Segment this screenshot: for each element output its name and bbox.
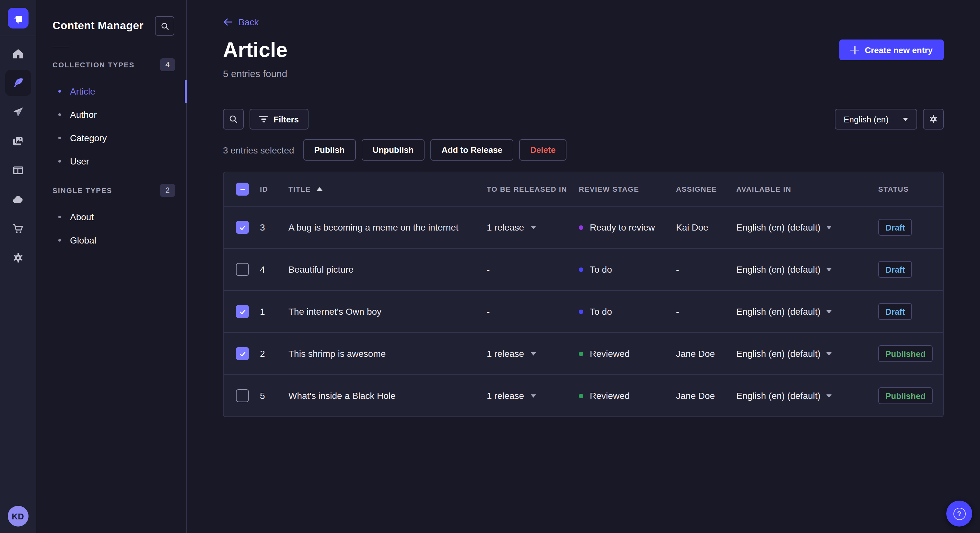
entries-count: 5 entries found <box>223 68 288 79</box>
table-body: 3 A bug is becoming a meme on the intern… <box>224 206 943 416</box>
settings-nav-button[interactable] <box>5 245 31 271</box>
row-checkbox[interactable] <box>236 305 249 318</box>
cell-to-be-released-in[interactable]: - <box>487 264 579 274</box>
sidebar-item-label: Global <box>70 235 96 246</box>
view-settings-button[interactable] <box>923 109 944 130</box>
stage-color-dot <box>579 309 583 314</box>
cell-available-in[interactable]: English (en) (default) <box>736 390 878 401</box>
column-header-assignee[interactable]: ASSIGNEE <box>676 185 736 193</box>
help-button[interactable]: ? <box>946 501 972 527</box>
feather-icon <box>11 76 24 89</box>
column-header-released[interactable]: TO BE RELEASED IN <box>487 185 579 193</box>
stage-label: Reviewed <box>590 348 630 359</box>
cell-available-in[interactable]: English (en) (default) <box>736 306 878 317</box>
user-avatar[interactable]: KD <box>8 506 28 527</box>
releases-nav-button[interactable] <box>5 99 31 125</box>
list-toolbar: Filters English (en) <box>223 109 944 130</box>
cell-to-be-released-in[interactable]: 1 release <box>487 390 579 401</box>
check-icon <box>238 223 247 232</box>
delete-button[interactable]: Delete <box>519 139 566 160</box>
bulk-action-buttons: PublishUnpublishAdd to ReleaseDelete <box>303 139 566 160</box>
locale-value: English (en) (default) <box>736 348 821 359</box>
bulk-actions-bar: 3 entries selected PublishUnpublishAdd t… <box>223 139 944 160</box>
release-value: 1 release <box>487 390 524 401</box>
sidebar-sections: COLLECTION TYPES4 Article Author Categor… <box>36 58 186 252</box>
search-icon <box>160 21 170 31</box>
cell-available-in[interactable]: English (en) (default) <box>736 348 878 359</box>
cell-available-in[interactable]: English (en) (default) <box>736 222 878 233</box>
release-value: 1 release <box>487 222 524 233</box>
rail-icon-nav <box>5 36 31 499</box>
stage-color-dot <box>579 267 583 272</box>
sidebar-item-category[interactable]: Category <box>36 126 186 150</box>
status-badge: Draft <box>878 219 912 236</box>
status-badge: Published <box>878 387 933 404</box>
cell-id: 4 <box>260 264 288 274</box>
back-link[interactable]: Back <box>223 17 259 27</box>
chevron-down-icon <box>826 352 832 355</box>
table-row[interactable]: 3 A bug is becoming a meme on the intern… <box>224 206 943 248</box>
table-row[interactable]: 5 What's inside a Black Hole 1 release R… <box>224 374 943 416</box>
cell-assignee: Jane Doe <box>676 348 736 359</box>
marketplace-nav-button[interactable] <box>5 216 31 241</box>
filters-button[interactable]: Filters <box>250 109 309 130</box>
sidebar-item-global[interactable]: Global <box>36 228 186 252</box>
create-new-entry-button[interactable]: Create new entry <box>839 40 944 60</box>
cell-to-be-released-in[interactable]: 1 release <box>487 222 579 233</box>
unpublish-button[interactable]: Unpublish <box>361 139 425 160</box>
sidebar-item-label: User <box>70 156 89 167</box>
locale-select[interactable]: English (en) <box>835 109 917 130</box>
column-header-status[interactable]: STATUS <box>878 185 943 193</box>
row-checkbox[interactable] <box>236 263 249 276</box>
column-header-id[interactable]: ID <box>260 185 288 193</box>
media-library-nav-button[interactable] <box>5 128 31 154</box>
chevron-down-icon <box>530 226 536 229</box>
section-label: COLLECTION TYPES <box>52 61 135 69</box>
cell-available-in[interactable]: English (en) (default) <box>736 264 878 274</box>
sort-ascending-icon <box>316 187 323 191</box>
table-row[interactable]: 2 This shrimp is awesome 1 release Revie… <box>224 332 943 374</box>
sidebar-item-label: Author <box>70 109 97 120</box>
sidebar-item-user[interactable]: User <box>36 150 186 173</box>
table-row[interactable]: 1 The internet's Own boy - To do - Engli… <box>224 290 943 332</box>
cell-status: Draft <box>878 303 943 320</box>
select-all-checkbox[interactable] <box>236 182 249 195</box>
deploy-cloud-nav-button[interactable] <box>5 187 31 213</box>
cell-to-be-released-in[interactable]: - <box>487 306 579 317</box>
cell-review-stage: To do <box>579 306 676 317</box>
release-value: 1 release <box>487 348 524 359</box>
gear-icon <box>11 251 24 264</box>
filters-label: Filters <box>274 114 299 124</box>
table-search-button[interactable] <box>223 109 244 130</box>
stage-color-dot <box>579 351 583 356</box>
row-checkbox[interactable] <box>236 221 249 234</box>
sidebar-item-author[interactable]: Author <box>36 103 186 126</box>
stage-label: To do <box>590 264 612 274</box>
home-nav-button[interactable] <box>5 41 31 67</box>
cell-assignee: - <box>676 264 736 274</box>
images-icon <box>11 135 24 148</box>
cell-assignee: Jane Doe <box>676 390 736 401</box>
sidebar-item-about[interactable]: About <box>36 205 186 228</box>
cell-id: 5 <box>260 390 288 401</box>
cell-review-stage: To do <box>579 264 676 274</box>
row-checkbox[interactable] <box>236 389 249 402</box>
layout-icon <box>11 164 24 177</box>
row-checkbox[interactable] <box>236 347 249 360</box>
sidebar-item-article[interactable]: Article <box>36 80 186 103</box>
column-header-title[interactable]: TITLE <box>288 185 487 193</box>
cell-to-be-released-in[interactable]: 1 release <box>487 348 579 359</box>
cell-status: Published <box>878 345 943 362</box>
selection-count-text: 3 entries selected <box>223 145 294 155</box>
main-nav-rail: KD <box>0 0 36 533</box>
column-header-available[interactable]: AVAILABLE IN <box>736 185 878 193</box>
column-header-stage[interactable]: REVIEW STAGE <box>579 185 676 193</box>
table-row[interactable]: 4 Beautiful picture - To do - English (e… <box>224 248 943 290</box>
add-to-release-button[interactable]: Add to Release <box>430 139 513 160</box>
publish-button[interactable]: Publish <box>303 139 355 160</box>
content-type-builder-nav-button[interactable] <box>5 157 31 183</box>
sidebar-search-button[interactable] <box>155 16 174 36</box>
check-icon <box>238 349 247 358</box>
strapi-logo[interactable] <box>8 8 28 28</box>
content-manager-nav-button[interactable] <box>5 70 31 96</box>
